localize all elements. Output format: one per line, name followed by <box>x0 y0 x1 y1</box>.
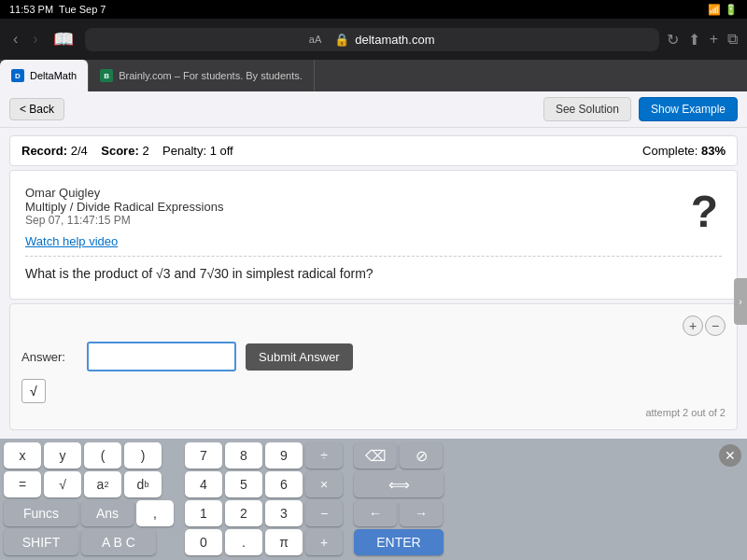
date-line: Sep 07, 11:47:15 PM <box>25 214 722 227</box>
share-button[interactable]: ⬆ <box>688 31 700 49</box>
tab-deltamath[interactable]: D DeltaMath <box>0 60 89 91</box>
answer-input[interactable] <box>87 342 236 371</box>
key-open-paren[interactable]: ( <box>84 442 121 469</box>
key-delete[interactable]: ⌫ <box>354 442 397 469</box>
key-close-paren[interactable]: ) <box>124 442 162 469</box>
record-info: Record: 2/4 Score: 2 Penalty: 1 off <box>21 144 233 158</box>
key-left-arrow[interactable]: ← <box>354 500 397 526</box>
key-ans[interactable]: Ans <box>81 500 134 526</box>
key-dot[interactable]: . <box>225 529 262 555</box>
complete-value: 83% <box>701 144 726 158</box>
key-abc[interactable]: A B C <box>81 529 156 555</box>
attempt-text: attempt 2 out of 2 <box>21 407 726 418</box>
key-a-squared[interactable]: a2 <box>84 471 121 497</box>
key-sqrt[interactable]: √ <box>44 471 81 497</box>
browser-chrome: ‹ › 📖 aA 🔒 deltamath.com ↻ ⬆ + ⧉ <box>0 19 747 60</box>
bookmarks-button[interactable]: 📖 <box>49 27 78 51</box>
math-keyboard: x y ( ) = √ a2 db Funcs Ans , SHIFT A B … <box>0 439 747 560</box>
score-label: Score: <box>101 144 138 158</box>
key-equals[interactable]: = <box>4 471 41 497</box>
back-nav-button[interactable]: ‹ <box>9 29 21 49</box>
back-button[interactable]: < Back <box>9 98 64 120</box>
zoom-plus-button[interactable]: + <box>683 315 703 336</box>
key-5[interactable]: 5 <box>225 471 262 497</box>
zoom-minus-button[interactable]: − <box>705 315 726 336</box>
key-plus[interactable]: + <box>305 529 343 555</box>
key-7[interactable]: 7 <box>185 442 222 469</box>
font-size-label: aA <box>309 34 321 45</box>
zoom-buttons: + − <box>683 315 726 336</box>
status-date: Tue Sep 7 <box>59 4 106 15</box>
key-enter[interactable]: ENTER <box>354 529 444 555</box>
key-8[interactable]: 8 <box>225 442 262 469</box>
kb-num-row-4: 0 . π + <box>185 529 343 555</box>
new-tab-button[interactable]: + <box>710 31 718 48</box>
key-pi[interactable]: π <box>265 529 303 555</box>
page-content: < Back See Solution Show Example Record:… <box>0 91 747 439</box>
key-minus[interactable]: − <box>305 500 343 526</box>
key-2[interactable]: 2 <box>225 500 262 526</box>
keyboard-close-button[interactable]: ✕ <box>719 444 741 467</box>
tabs-button[interactable]: ⧉ <box>727 31 738 48</box>
key-d-b[interactable]: db <box>124 471 162 497</box>
status-bar: 11:53 PM Tue Sep 7 📶 🔋 <box>0 0 747 19</box>
tab-brainly[interactable]: B Brainly.com – For students. By student… <box>89 60 315 91</box>
answer-controls: + − <box>21 315 726 336</box>
kb-ctrl-row-2: ⟺ <box>354 471 444 497</box>
see-solution-button[interactable]: See Solution <box>543 97 631 121</box>
key-shift[interactable]: SHIFT <box>4 529 78 555</box>
key-comma[interactable]: , <box>136 500 174 526</box>
answer-label: Answer: <box>21 350 78 364</box>
kb-num-row-2: 4 5 6 × <box>185 471 343 497</box>
key-clear[interactable]: ⊘ <box>400 442 443 469</box>
kb-row-2: = √ a2 db <box>4 471 174 497</box>
record-value: 2/4 <box>71 144 88 158</box>
sqrt-symbol-label: √ <box>30 384 37 399</box>
back-button-label: < Back <box>20 103 54 116</box>
key-funcs[interactable]: Funcs <box>4 500 78 526</box>
tab-bar: D DeltaMath B Brainly.com – For students… <box>0 60 747 91</box>
forward-nav-button[interactable]: › <box>29 29 41 49</box>
penalty-value: 1 off <box>210 144 233 158</box>
show-example-button[interactable]: Show Example <box>639 97 738 121</box>
kb-num-row-1: 7 8 9 ÷ <box>185 442 343 469</box>
kb-ctrl-row-3: ← → <box>354 500 444 526</box>
question-divider <box>25 256 722 257</box>
record-bar: Record: 2/4 Score: 2 Penalty: 1 off Comp… <box>9 135 738 166</box>
kb-control-section: ⌫ ⊘ ⟺ ← → ENTER <box>354 442 444 556</box>
key-y[interactable]: y <box>44 442 81 469</box>
key-multiply[interactable]: × <box>305 471 343 497</box>
complete-label: Complete: <box>642 144 698 158</box>
key-3[interactable]: 3 <box>265 500 303 526</box>
url-text: deltamath.com <box>355 33 434 47</box>
score-value: 2 <box>142 144 148 158</box>
question-card: ? Omar Quigley Multiply / Divide Radical… <box>9 170 738 300</box>
sqrt-button[interactable]: √ <box>21 379 46 403</box>
key-right-arrow[interactable]: → <box>400 500 443 526</box>
help-video-link[interactable]: Watch help video <box>25 234 722 248</box>
kb-numpad-section: 7 8 9 ÷ 4 5 6 × 1 2 3 − 0 . π + <box>185 442 343 556</box>
key-x[interactable]: x <box>4 442 41 469</box>
question-text: What is the product of √3 and 7√30 in si… <box>25 264 722 284</box>
key-1[interactable]: 1 <box>185 500 222 526</box>
key-left-right[interactable]: ⟺ <box>354 471 444 497</box>
subject-line: Multiply / Divide Radical Expressions <box>25 200 722 214</box>
kb-row-1: x y ( ) <box>4 442 174 469</box>
reload-button[interactable]: ↻ <box>667 31 679 49</box>
side-handle[interactable]: › <box>734 278 747 325</box>
url-bar[interactable]: aA 🔒 deltamath.com <box>85 28 659 51</box>
key-9[interactable]: 9 <box>265 442 303 469</box>
penalty-label: Penalty: <box>162 144 206 158</box>
lock-icon: 🔒 <box>334 33 349 47</box>
tab-brainly-label: Brainly.com – For students. By students. <box>119 70 303 81</box>
key-4[interactable]: 4 <box>185 471 222 497</box>
complete-info: Complete: 83% <box>642 144 726 158</box>
wifi-icon: 📶 <box>708 4 721 16</box>
browser-actions: ↻ ⬆ + ⧉ <box>667 31 738 49</box>
key-0[interactable]: 0 <box>185 529 222 555</box>
page-toolbar: < Back See Solution Show Example <box>0 91 747 128</box>
status-time: 11:53 PM <box>9 4 53 15</box>
key-6[interactable]: 6 <box>265 471 303 497</box>
submit-answer-button[interactable]: Submit Answer <box>246 343 353 371</box>
key-divide[interactable]: ÷ <box>305 442 343 469</box>
